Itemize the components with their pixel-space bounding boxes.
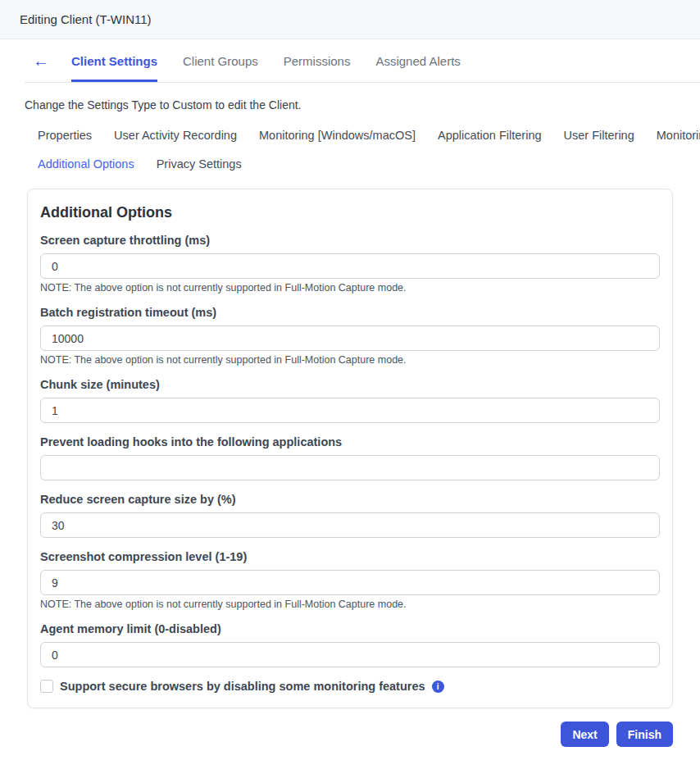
form-field: Batch registration timeout (ms) NOTE: Th… xyxy=(40,306,660,366)
field-label: Screen capture throttling (ms) xyxy=(40,234,660,247)
tab-client-groups[interactable]: Client Groups xyxy=(183,39,258,82)
next-button[interactable]: Next xyxy=(561,722,608,747)
field-input[interactable] xyxy=(40,570,660,595)
field-label: Prevent loading hooks into the following… xyxy=(40,435,660,448)
sub-tab-bar: PropertiesUser Activity RecordingMonitor… xyxy=(38,129,700,171)
secure-browsers-label: Support secure browsers by disabling som… xyxy=(60,680,425,693)
secure-browsers-row: Support secure browsers by disabling som… xyxy=(40,680,660,693)
tab-assigned-alerts[interactable]: Assigned Alerts xyxy=(375,39,460,82)
back-arrow-icon[interactable]: ← xyxy=(33,39,49,82)
form-field: Reduce screen capture size by (%) xyxy=(40,493,660,538)
form-field: Agent memory limit (0-disabled) xyxy=(40,622,660,667)
field-input[interactable] xyxy=(40,253,660,279)
form-field: Prevent loading hooks into the following… xyxy=(40,435,660,480)
subtab-additional-options[interactable]: Additional Options xyxy=(38,157,134,171)
additional-options-card: Additional Options Screen capture thrott… xyxy=(27,189,673,708)
form-field: Screen capture throttling (ms) NOTE: The… xyxy=(40,234,660,294)
field-label: Agent memory limit (0-disabled) xyxy=(40,622,660,635)
subtab-properties[interactable]: Properties xyxy=(38,129,92,142)
field-input[interactable] xyxy=(40,455,660,480)
subtab-user-filtering[interactable]: User Filtering xyxy=(564,129,634,142)
field-note: NOTE: The above option is not currently … xyxy=(40,282,660,294)
subtab-privacy-settings[interactable]: Privacy Settings xyxy=(157,157,242,171)
subtab-monitoring-windows-macos-[interactable]: Monitoring [Windows/macOS] xyxy=(259,129,416,142)
card-title: Additional Options xyxy=(40,204,660,221)
field-label: Reduce screen capture size by (%) xyxy=(40,493,660,506)
field-input[interactable] xyxy=(40,512,660,538)
field-label: Chunk size (minutes) xyxy=(40,378,660,391)
finish-button[interactable]: Finish xyxy=(616,722,673,747)
field-note: NOTE: The above option is not currently … xyxy=(40,354,660,366)
tab-client-settings[interactable]: Client Settings xyxy=(71,39,157,82)
tab-bar: ← Client SettingsClient GroupsPermission… xyxy=(25,39,700,83)
settings-type-notice: Change the Settings Type to Custom to ed… xyxy=(25,98,700,112)
tab-bar-tabs: Client SettingsClient GroupsPermissionsA… xyxy=(71,39,486,82)
field-input[interactable] xyxy=(40,325,660,351)
secure-browsers-checkbox[interactable] xyxy=(40,680,53,693)
info-icon[interactable]: i xyxy=(432,681,444,693)
subtab-monitoring[interactable]: Monitoring xyxy=(657,129,700,142)
sub-tabs-row1: PropertiesUser Activity RecordingMonitor… xyxy=(38,129,700,142)
field-input[interactable] xyxy=(40,642,660,667)
page-title: Editing Client (T-WIN11) xyxy=(20,12,152,26)
form-field: Chunk size (minutes) xyxy=(40,378,660,423)
fields: Screen capture throttling (ms) NOTE: The… xyxy=(40,234,660,667)
window-header: Editing Client (T-WIN11) xyxy=(0,0,700,39)
field-note: NOTE: The above option is not currently … xyxy=(40,599,660,610)
subtab-application-filtering[interactable]: Application Filtering xyxy=(438,129,542,142)
sub-tabs-row2: Additional OptionsPrivacy Settings xyxy=(38,157,700,171)
subtab-user-activity-recording[interactable]: User Activity Recording xyxy=(114,129,237,142)
tab-permissions[interactable]: Permissions xyxy=(284,39,351,82)
form-field: Screenshot compression level (1-19) NOTE… xyxy=(40,550,660,610)
field-label: Screenshot compression level (1-19) xyxy=(40,550,660,563)
footer-actions: Next Finish xyxy=(0,722,673,747)
field-input[interactable] xyxy=(40,398,660,423)
field-label: Batch registration timeout (ms) xyxy=(40,306,660,319)
